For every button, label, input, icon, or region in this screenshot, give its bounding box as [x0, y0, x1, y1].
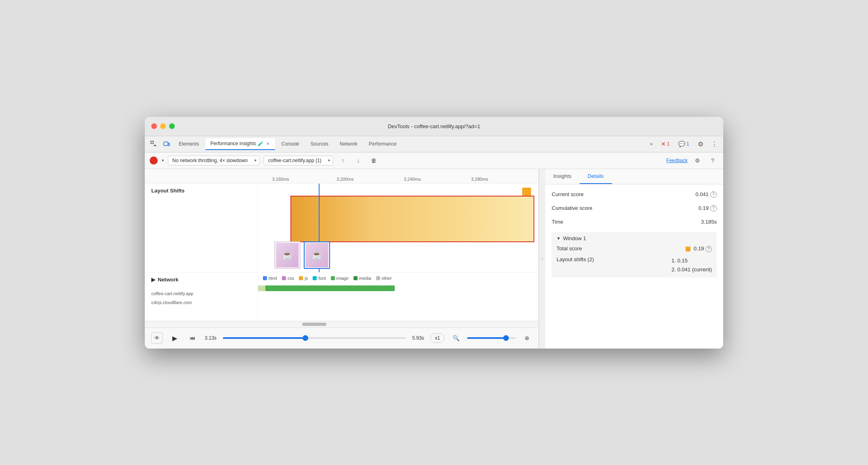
timeline-scrollbar[interactable]: [145, 321, 538, 328]
minimize-button[interactable]: [160, 123, 166, 129]
orange-square-icon: [686, 247, 690, 252]
skip-start-button[interactable]: ⏮: [187, 332, 198, 344]
url-select-wrapper[interactable]: coffee-cart.netlify.app (1): [264, 156, 333, 165]
network-row-1: coffee-cart.netlify.app: [145, 289, 258, 298]
tab-performance-insights[interactable]: Performance insights 🧪 ✕: [205, 138, 275, 150]
time-value-right: 3.185s: [701, 219, 717, 225]
maximize-button[interactable]: [169, 123, 175, 129]
tab-details[interactable]: Details: [580, 169, 612, 184]
download-btn[interactable]: ↓: [353, 155, 364, 166]
traffic-lights: [151, 123, 175, 129]
toolbar: ▾ No network throttling, 4× slowdown cof…: [145, 152, 723, 169]
info-badge-btn[interactable]: 💬 1: [675, 140, 692, 148]
throttle-select-wrapper[interactable]: No network throttling, 4× slowdown: [168, 156, 260, 165]
network-content: html css js font: [258, 273, 538, 321]
slider-thumb[interactable]: [303, 335, 308, 341]
url-select[interactable]: coffee-cart.netlify.app (1): [264, 156, 333, 165]
upload-btn[interactable]: ↑: [337, 155, 349, 166]
tick-4: 3,280ms: [471, 177, 488, 182]
net-bar-green-1: [265, 285, 395, 291]
feedback-link[interactable]: Feedback: [666, 158, 688, 163]
cumulative-score-info-icon[interactable]: ?: [710, 205, 717, 211]
zoom-track: [467, 337, 506, 339]
legend-media-dot: [354, 276, 358, 280]
legend-css: css: [282, 276, 294, 281]
record-button[interactable]: [150, 156, 158, 165]
play-button[interactable]: ▶: [169, 332, 180, 344]
time-end-label: 5.93s: [412, 335, 424, 341]
timeline-scrubber[interactable]: [223, 337, 406, 339]
time-start-label: 3.13s: [205, 335, 216, 341]
speed-badge[interactable]: x1: [430, 333, 445, 343]
toolbar-help-btn[interactable]: ?: [707, 155, 718, 166]
zoom-thumb[interactable]: [503, 335, 509, 341]
legend-other: other: [376, 276, 392, 281]
svg-rect-1: [164, 142, 168, 146]
slider-track: [223, 337, 305, 339]
tick-1: 3,160ms: [272, 177, 289, 182]
settings-btn[interactable]: ⚙: [695, 138, 706, 150]
network-bars: [258, 284, 538, 306]
inspect-element-btn[interactable]: [148, 138, 159, 150]
layout-shifts-values: 1. 0.15 2. 0.041 (current): [671, 256, 712, 274]
tabbar-right: » ✕ 1 💬 1 ⚙ ⋮: [648, 138, 720, 150]
tab-insights[interactable]: Insights: [545, 169, 580, 184]
panel-collapse-arrow[interactable]: ‹: [539, 169, 545, 349]
right-panel-content: Current score 0.041 ? Cumulative score 0…: [545, 184, 723, 349]
legend-image: image: [331, 276, 349, 281]
thumb-inner-1: ☕: [276, 243, 299, 267]
legend-js-dot: [299, 276, 303, 280]
layout-shifts-detail-row: Layout shifts (2) 1. 0.15 2. 0.041 (curr…: [557, 256, 712, 274]
tick-3: 3,240ms: [404, 177, 421, 182]
thumb-cup-icon-2: ☕: [311, 250, 322, 260]
current-score-row: Current score 0.041 ?: [552, 191, 717, 198]
time-row: Time 3.185s: [552, 218, 717, 226]
tab-console[interactable]: Console: [277, 139, 304, 149]
close-button[interactable]: [151, 123, 157, 129]
throttle-select[interactable]: No network throttling, 4× slowdown: [168, 156, 260, 165]
legend-html-dot: [263, 276, 267, 280]
tabbar: Elements Performance insights 🧪 ✕ Consol…: [145, 136, 723, 152]
eye-button[interactable]: 👁: [151, 332, 163, 344]
network-toggle[interactable]: ▶ Network: [145, 273, 258, 287]
record-dropdown-arrow[interactable]: ▾: [162, 158, 164, 163]
expand-icon: ▶: [151, 277, 155, 283]
close-tab-btn[interactable]: ✕: [265, 141, 270, 147]
layout-shifts-section: Layout Shifts ☕: [145, 184, 538, 273]
tick-2: 3,200ms: [337, 177, 354, 182]
scroll-thumb[interactable]: [302, 323, 326, 326]
more-options-btn[interactable]: ⋮: [709, 138, 720, 150]
current-score-info-icon[interactable]: ?: [710, 191, 717, 198]
total-score-detail-label: Total score: [557, 245, 582, 252]
tab-sources[interactable]: Sources: [306, 139, 333, 149]
time-label-right: Time: [552, 218, 563, 226]
cumulative-score-label: Cumulative score: [552, 205, 592, 212]
window-1-header[interactable]: ▼ Window 1: [557, 235, 712, 241]
responsive-btn[interactable]: [161, 138, 172, 150]
net-bar-light-1: [258, 285, 265, 291]
layout-shifts-content[interactable]: ☕ ☕: [258, 184, 538, 272]
delete-btn[interactable]: 🗑: [368, 155, 379, 166]
zoom-slider[interactable]: [467, 337, 516, 339]
svg-rect-2: [168, 143, 169, 146]
tab-elements[interactable]: Elements: [174, 139, 204, 149]
toolbar-settings-btn[interactable]: ⚙: [692, 155, 703, 166]
titlebar: DevTools - coffee-cart.netlify.app/?ad=1: [145, 117, 723, 136]
thumbnail-2[interactable]: ☕: [304, 241, 330, 269]
layout-shifts-label: Layout Shifts: [145, 184, 258, 272]
legend-image-dot: [331, 276, 335, 280]
cumulative-score-value: 0.19 ?: [699, 205, 717, 211]
timeline-ticks: 3,160ms 3,200ms 3,240ms 3,280ms: [258, 182, 538, 183]
thumbnail-1[interactable]: ☕: [274, 241, 301, 269]
layout-shift-orange-bar: [290, 196, 534, 242]
devtools-window: DevTools - coffee-cart.netlify.app/?ad=1…: [145, 117, 723, 349]
thumbnails-container: ☕ ☕: [274, 241, 330, 269]
error-badge-btn[interactable]: ✕ 1: [658, 140, 673, 148]
zoom-out-button[interactable]: 🔍: [451, 333, 461, 343]
more-tabs-btn[interactable]: »: [648, 140, 655, 148]
total-score-info-icon[interactable]: ?: [705, 246, 712, 252]
tab-performance[interactable]: Performance: [364, 139, 402, 149]
network-row-2: cdnjs.cloudflare.com: [145, 298, 258, 307]
tab-network[interactable]: Network: [335, 139, 362, 149]
zoom-in-button[interactable]: ⊕: [522, 333, 532, 343]
